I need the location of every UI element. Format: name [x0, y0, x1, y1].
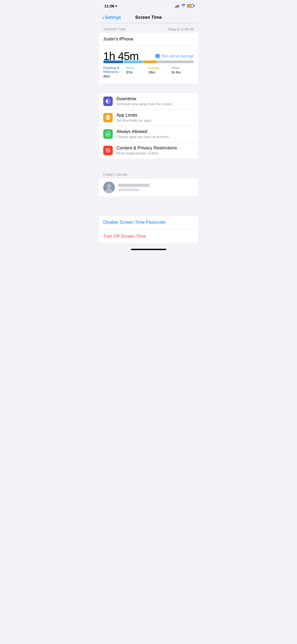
content: SCREEN TIME Today at 11:00 AM Justin's i… — [99, 23, 198, 243]
always-allowed-text: Always Allowed Choose apps you want at a… — [116, 129, 192, 139]
cat-other-name: Other — [171, 66, 194, 70]
device-section: Justin's iPhone › — [99, 33, 198, 46]
usage-summary-card: 1h 45m ↑ 35m above average Reading & Ref… — [99, 46, 198, 84]
content-privacy-chevron-icon: › — [192, 148, 194, 153]
back-chevron-icon: ‹ — [102, 15, 104, 20]
device-row[interactable]: Justin's iPhone › — [99, 33, 198, 46]
status-icons: ⚡ — [175, 4, 194, 8]
app-limits-chevron-icon: › — [192, 116, 194, 120]
app-limits-row[interactable]: App Limits Set time limits for apps. › — [99, 109, 198, 126]
cat-reading-time: 40m — [103, 74, 126, 78]
device-name: Justin's iPhone — [103, 36, 133, 42]
app-limits-icon — [103, 113, 113, 122]
family-label: FAMILY USAGE — [103, 173, 128, 177]
content-privacy-row[interactable]: Content & Privacy Restrictions Block ina… — [99, 142, 198, 158]
home-indicator — [99, 243, 198, 252]
bottom-actions: Disable Screen Time Passcode Turn Off Sc… — [99, 215, 198, 243]
cat-games-time: 26m — [149, 70, 171, 74]
screen-time-section-header: SCREEN TIME Today at 11:00 AM — [99, 23, 198, 33]
family-name-blur — [118, 184, 150, 187]
downtime-text: Downtime Schedule time away from the scr… — [116, 96, 192, 106]
cat-news: News 37m — [126, 66, 149, 78]
family-row[interactable]: › — [99, 178, 198, 196]
section-time: Today at 11:00 AM — [168, 27, 194, 31]
cat-news-name: News — [126, 66, 149, 70]
nav-bar: ‹ Settings Screen Time — [99, 12, 198, 23]
cat-games: Games 26m — [149, 66, 171, 78]
average-badge: ↑ 35m above average — [155, 54, 194, 58]
battery-icon: ⚡ — [187, 4, 194, 7]
always-allowed-title: Always Allowed — [116, 129, 192, 134]
location-icon: ► — [115, 4, 118, 7]
family-sub-blur — [118, 188, 139, 191]
status-time: 11:06 ► — [104, 4, 118, 8]
content-privacy-title: Content & Privacy Restrictions — [116, 145, 192, 151]
always-allowed-row[interactable]: Always Allowed Choose apps you want at a… — [99, 126, 198, 142]
turn-off-row[interactable]: Turn Off Screen Time — [99, 229, 198, 243]
always-allowed-subtitle: Choose apps you want at all times. — [116, 135, 192, 139]
average-text: 35m above average — [161, 54, 194, 58]
content-privacy-icon — [103, 146, 113, 155]
downtime-chevron-icon: › — [192, 99, 194, 103]
always-allowed-chevron-icon: › — [192, 132, 194, 136]
app-limits-subtitle: Set time limits for apps. — [116, 118, 192, 122]
downtime-row[interactable]: Downtime Schedule time away from the scr… — [99, 93, 198, 109]
time-label: 11:06 — [104, 4, 114, 8]
downtime-title: Downtime — [116, 96, 192, 102]
family-chevron-icon: › — [192, 185, 194, 190]
gray-divider-2 — [99, 158, 198, 168]
back-button[interactable]: ‹ Settings — [102, 15, 121, 20]
downtime-subtitle: Schedule time away from the screen. — [116, 102, 192, 106]
average-up-icon: ↑ — [155, 54, 160, 58]
cat-news-time: 37m — [126, 70, 149, 74]
svg-rect-2 — [106, 116, 110, 120]
status-bar: 11:06 ► ⚡ — [99, 0, 198, 12]
cat-reading: Reading & Reference 40m — [103, 66, 126, 78]
section-label: SCREEN TIME — [103, 27, 126, 31]
content-privacy-subtitle: Block inappropriate content. — [116, 151, 192, 155]
disable-passcode-row[interactable]: Disable Screen Time Passcode — [99, 215, 198, 229]
home-bar — [131, 249, 166, 250]
app-limits-title: App Limits — [116, 113, 192, 118]
turn-off-button[interactable]: Turn Off Screen Time — [103, 234, 146, 239]
cat-games-name: Games — [149, 66, 171, 70]
svg-point-12 — [107, 184, 111, 188]
battery-lightning: ⚡ — [189, 5, 192, 7]
disable-passcode-button[interactable]: Disable Screen Time Passcode — [103, 220, 166, 225]
chevron-right-icon: › — [192, 37, 194, 41]
usage-categories: Reading & Reference 40m News 37m Games 2… — [103, 66, 194, 78]
page-title: Screen Time — [135, 15, 162, 20]
cat-other-time: 1h 6m — [171, 70, 194, 74]
always-allowed-icon — [103, 129, 113, 139]
wifi-icon — [181, 4, 186, 8]
settings-section: Downtime Schedule time away from the scr… — [99, 93, 198, 158]
svg-line-10 — [107, 149, 110, 152]
signal-icon — [175, 4, 180, 7]
family-section-header: FAMILY USAGE — [99, 168, 198, 178]
usage-header: 1h 45m ↑ 35m above average — [103, 50, 194, 58]
content-privacy-text: Content & Privacy Restrictions Block ina… — [116, 145, 192, 155]
downtime-icon — [103, 96, 113, 106]
cat-reading-name: Reading & Reference — [103, 66, 126, 74]
family-avatar — [103, 182, 115, 193]
cat-other: Other 1h 6m — [171, 66, 194, 78]
svg-point-1 — [108, 101, 109, 102]
back-label: Settings — [105, 15, 121, 20]
app-limits-text: App Limits Set time limits for apps. — [116, 113, 192, 122]
svg-rect-4 — [107, 115, 109, 116]
family-info — [118, 184, 192, 191]
gray-divider-3 — [99, 196, 198, 206]
gray-divider-1 — [99, 84, 198, 93]
